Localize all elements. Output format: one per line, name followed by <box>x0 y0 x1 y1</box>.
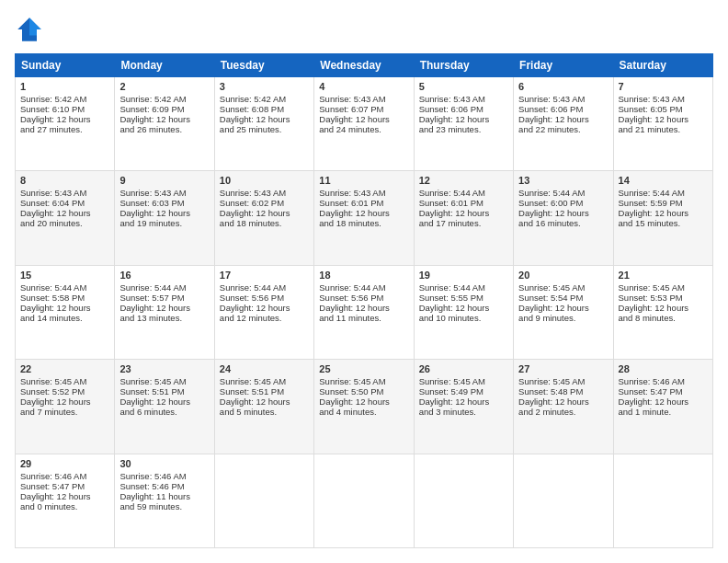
calendar-cell: 2Sunrise: 5:42 AMSunset: 6:09 PMDaylight… <box>115 77 214 171</box>
day-info: Sunset: 5:51 PM <box>119 386 209 396</box>
col-header-friday: Friday <box>514 54 613 77</box>
day-info: Sunset: 5:55 PM <box>419 293 508 303</box>
day-info: Sunrise: 5:44 AM <box>20 282 109 293</box>
day-info: Daylight: 12 hours <box>20 491 109 501</box>
calendar-cell: 4Sunrise: 5:43 AMSunset: 6:07 PMDaylight… <box>314 77 414 171</box>
day-info: Sunrise: 5:43 AM <box>319 188 408 198</box>
day-info: Sunrise: 5:46 AM <box>119 471 209 481</box>
calendar-cell <box>613 454 712 547</box>
day-info: Daylight: 12 hours <box>20 396 109 407</box>
day-info: Sunrise: 5:44 AM <box>319 282 408 293</box>
day-number: 18 <box>319 270 408 281</box>
col-header-thursday: Thursday <box>414 54 513 77</box>
calendar-table: SundayMondayTuesdayWednesdayThursdayFrid… <box>15 53 713 548</box>
day-info: Daylight: 12 hours <box>419 114 508 124</box>
day-info: and 27 minutes. <box>20 124 109 134</box>
calendar-week-3: 22Sunrise: 5:45 AMSunset: 5:52 PMDayligh… <box>16 360 713 454</box>
calendar-cell: 7Sunrise: 5:43 AMSunset: 6:05 PMDaylight… <box>613 77 712 171</box>
day-info: Daylight: 12 hours <box>220 303 309 313</box>
day-number: 17 <box>220 270 309 281</box>
day-info: Sunset: 5:59 PM <box>619 198 708 208</box>
day-number: 13 <box>518 175 608 186</box>
day-info: Sunset: 6:05 PM <box>619 104 708 114</box>
day-info: Sunrise: 5:45 AM <box>518 376 608 386</box>
day-number: 22 <box>20 363 109 374</box>
calendar-week-0: 1Sunrise: 5:42 AMSunset: 6:10 PMDaylight… <box>16 77 713 171</box>
day-info: and 10 minutes. <box>419 313 508 323</box>
day-info: Daylight: 12 hours <box>220 396 309 407</box>
day-info: and 5 minutes. <box>220 407 309 417</box>
day-number: 10 <box>220 175 309 186</box>
day-info: Sunset: 6:09 PM <box>119 104 209 114</box>
day-info: Sunrise: 5:44 AM <box>419 282 508 293</box>
day-info: Sunset: 5:46 PM <box>119 481 209 491</box>
day-info: Sunrise: 5:44 AM <box>119 282 209 293</box>
day-number: 20 <box>518 270 608 281</box>
day-info: Sunset: 5:51 PM <box>220 386 309 396</box>
calendar-week-2: 15Sunrise: 5:44 AMSunset: 5:58 PMDayligh… <box>16 265 713 359</box>
day-info: Sunrise: 5:45 AM <box>319 376 408 386</box>
day-number: 24 <box>220 363 309 374</box>
day-info: Sunrise: 5:43 AM <box>419 94 508 104</box>
day-info: and 7 minutes. <box>20 407 109 417</box>
calendar-cell <box>214 454 313 547</box>
calendar-cell: 21Sunrise: 5:45 AMSunset: 5:53 PMDayligh… <box>613 265 712 359</box>
day-info: Daylight: 12 hours <box>119 303 209 313</box>
day-info: Daylight: 12 hours <box>518 114 608 124</box>
day-number: 4 <box>319 81 408 92</box>
calendar-cell: 30Sunrise: 5:46 AMSunset: 5:46 PMDayligh… <box>115 454 214 547</box>
day-info: Daylight: 12 hours <box>518 303 608 313</box>
day-info: Daylight: 12 hours <box>419 208 508 218</box>
day-info: Sunrise: 5:46 AM <box>20 471 109 481</box>
day-info: and 20 minutes. <box>20 218 109 228</box>
calendar-cell: 16Sunrise: 5:44 AMSunset: 5:57 PMDayligh… <box>115 265 214 359</box>
calendar-cell <box>314 454 414 547</box>
day-info: and 8 minutes. <box>619 313 708 323</box>
calendar-page: SundayMondayTuesdayWednesdayThursdayFrid… <box>0 0 728 563</box>
day-number: 6 <box>518 81 608 92</box>
day-info: Sunset: 5:56 PM <box>220 293 309 303</box>
calendar-cell: 28Sunrise: 5:46 AMSunset: 5:47 PMDayligh… <box>613 360 712 454</box>
calendar-cell: 15Sunrise: 5:44 AMSunset: 5:58 PMDayligh… <box>16 265 115 359</box>
day-number: 21 <box>619 270 708 281</box>
col-header-sunday: Sunday <box>16 54 115 77</box>
day-number: 25 <box>319 363 408 374</box>
day-number: 3 <box>220 81 309 92</box>
day-info: Daylight: 12 hours <box>619 208 708 218</box>
day-info: Daylight: 11 hours <box>119 491 209 501</box>
day-info: Sunset: 6:06 PM <box>518 104 608 114</box>
day-number: 30 <box>119 458 209 469</box>
calendar-cell: 29Sunrise: 5:46 AMSunset: 5:47 PMDayligh… <box>16 454 115 547</box>
day-info: Daylight: 12 hours <box>518 396 608 407</box>
calendar-cell: 10Sunrise: 5:43 AMSunset: 6:02 PMDayligh… <box>214 171 313 265</box>
day-info: Daylight: 12 hours <box>119 208 209 218</box>
day-number: 28 <box>619 363 708 374</box>
calendar-cell: 8Sunrise: 5:43 AMSunset: 6:04 PMDaylight… <box>16 171 115 265</box>
day-number: 15 <box>20 270 109 281</box>
day-number: 7 <box>619 81 708 92</box>
col-header-tuesday: Tuesday <box>214 54 313 77</box>
calendar-cell: 25Sunrise: 5:45 AMSunset: 5:50 PMDayligh… <box>314 360 414 454</box>
day-info: and 25 minutes. <box>220 124 309 134</box>
day-info: Daylight: 12 hours <box>20 114 109 124</box>
day-info: and 2 minutes. <box>518 407 608 417</box>
day-info: Daylight: 12 hours <box>319 114 408 124</box>
calendar-cell: 27Sunrise: 5:45 AMSunset: 5:48 PMDayligh… <box>514 360 613 454</box>
calendar-cell: 19Sunrise: 5:44 AMSunset: 5:55 PMDayligh… <box>414 265 513 359</box>
day-info: and 13 minutes. <box>119 313 209 323</box>
header <box>15 15 713 44</box>
day-info: Sunrise: 5:43 AM <box>319 94 408 104</box>
day-info: Daylight: 12 hours <box>20 208 109 218</box>
col-header-wednesday: Wednesday <box>314 54 414 77</box>
day-number: 12 <box>419 175 508 186</box>
day-info: Sunrise: 5:43 AM <box>119 188 209 198</box>
day-info: and 24 minutes. <box>319 124 408 134</box>
day-info: Sunset: 5:48 PM <box>518 386 608 396</box>
col-header-monday: Monday <box>115 54 214 77</box>
day-info: Sunrise: 5:43 AM <box>518 94 608 104</box>
day-info: Sunset: 5:58 PM <box>20 293 109 303</box>
day-info: Sunset: 6:01 PM <box>319 198 408 208</box>
day-info: and 1 minute. <box>619 407 708 417</box>
day-info: Sunset: 5:47 PM <box>20 481 109 491</box>
svg-marker-1 <box>29 17 41 35</box>
